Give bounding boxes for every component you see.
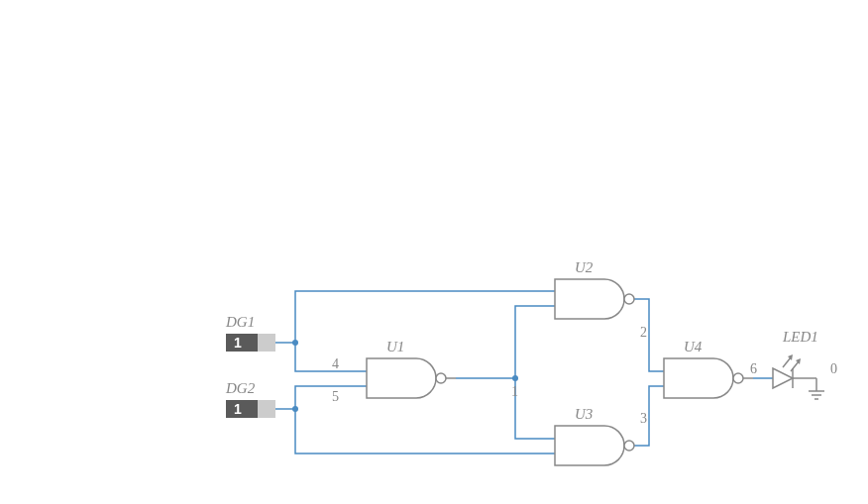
gate-u4: U4 <box>664 339 753 398</box>
led-icon: LED1 <box>773 329 824 399</box>
source-dg2[interactable]: 1 DG2 <box>225 380 275 418</box>
pin-6: 6 <box>750 361 757 376</box>
svg-line-15 <box>791 361 799 371</box>
svg-point-0 <box>292 340 298 346</box>
svg-point-10 <box>624 441 634 451</box>
svg-rect-5 <box>226 400 258 418</box>
dg1-label: DG1 <box>225 314 255 330</box>
pin-5: 5 <box>332 389 339 404</box>
pin-3: 3 <box>640 411 647 426</box>
dg2-label: DG2 <box>225 380 256 396</box>
pin-1: 1 <box>511 384 518 399</box>
svg-rect-4 <box>258 334 275 352</box>
u1-label: U1 <box>386 339 404 354</box>
u4-label: U4 <box>684 339 703 354</box>
gate-u1: U1 <box>367 339 456 398</box>
gate-u2: U2 <box>555 259 634 319</box>
source-dg1[interactable]: 1 DG1 <box>225 314 275 352</box>
led-label: LED1 <box>782 329 818 345</box>
pin-2: 2 <box>640 325 647 340</box>
pin-4: 4 <box>332 356 339 371</box>
pin-0: 0 <box>830 361 837 376</box>
svg-point-11 <box>733 373 743 383</box>
svg-rect-6 <box>258 400 275 418</box>
u2-label: U2 <box>575 259 594 275</box>
svg-point-7 <box>436 373 446 383</box>
dg2-value: 1 <box>234 401 242 417</box>
svg-rect-3 <box>226 334 258 352</box>
gate-u3: U3 <box>555 406 634 465</box>
svg-line-14 <box>783 357 791 367</box>
svg-point-2 <box>512 375 518 381</box>
dg1-value: 1 <box>234 335 242 351</box>
svg-point-9 <box>624 294 634 304</box>
u3-label: U3 <box>575 406 593 422</box>
svg-point-1 <box>292 406 298 412</box>
